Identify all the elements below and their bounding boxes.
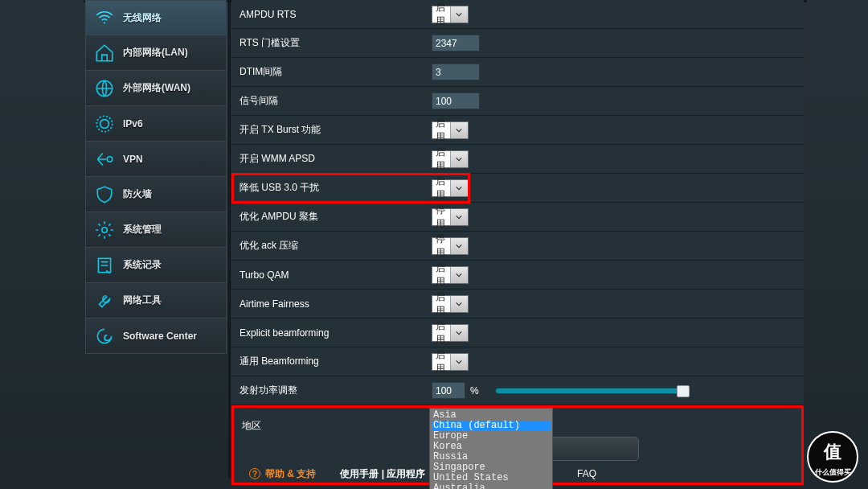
sidebar-item-software-center[interactable]: Software Center [85,318,227,354]
sidebar: 无线网络 内部网络(LAN) 外部网络(WAN) IPv6 VPN 防火墙 系统… [85,0,227,354]
slider-tx-power[interactable] [495,388,684,394]
select-wmm-apsd[interactable]: 启用 [432,150,469,168]
sidebar-item-label: 防火墙 [123,187,152,201]
sidebar-item-label: 内部网络(LAN) [123,46,188,60]
sidebar-item-label: VPN [123,154,143,165]
select-expl-bf[interactable]: 启用 [432,324,469,342]
vpn-icon [94,149,115,170]
sidebar-item-label: 系统管理 [123,223,162,236]
svg-point-4 [107,156,113,162]
watermark-badge: 值 什么值得买 [807,431,858,483]
row-tx-burst: 开启 TX Burst 功能 启用 [231,116,804,145]
label-univ-bf: 通用 Beamforming [231,355,428,368]
globe-icon [94,78,115,99]
chevron-down-icon [450,354,469,370]
check-icon: 值 [824,440,841,464]
svg-point-0 [104,22,105,23]
region-option[interactable]: Australia [432,483,551,489]
sidebar-item-admin[interactable]: 系统管理 [85,212,227,248]
apply-button[interactable] [546,437,639,461]
settings-table: AMPDU RTS 启用 RTS 门槛设置 DTIM间隔 信号间隔 开启 TX … [231,0,804,203]
vertical-divider [228,0,231,479]
swirl-icon [94,326,115,347]
sidebar-item-vpn[interactable]: VPN [85,142,227,177]
chevron-down-icon [450,325,469,341]
row-univ-bf: 通用 Beamforming 启用 [231,347,804,376]
row-turbo-qam: Turbo QAM 启用 [231,261,804,290]
tx-power-unit: % [470,385,479,397]
svg-point-3 [100,119,109,128]
chevron-down-icon [450,151,469,167]
sidebar-item-label: IPv6 [123,118,143,129]
chevron-down-icon [450,238,469,254]
svg-point-2 [96,116,113,132]
manual-apps-link[interactable]: 使用手册 | 应用程序 [340,467,425,481]
row-airtime: Airtime Fairness 启用 [231,290,804,318]
label-tx-burst: 开启 TX Burst 功能 [231,123,428,137]
faq-link[interactable]: FAQ [577,468,596,479]
settings-table-cont: 优化 AMPDU 聚集 停用 优化 ack 压缩 停用 Turbo QAM 启用… [231,203,804,485]
log-icon [94,255,115,276]
label-wmm-apsd: 开启 WMM APSD [231,152,428,166]
select-turbo-qam[interactable]: 启用 [432,266,469,284]
chevron-down-icon [450,267,469,283]
row-beacon: 信号间隔 [231,87,804,116]
row-ampdu-rts: AMPDU RTS 启用 [231,0,804,29]
select-ampdu-agg[interactable]: 停用 [432,208,469,226]
sidebar-item-label: 外部网络(WAN) [123,81,190,95]
input-rts-threshold[interactable] [432,35,480,51]
sidebar-item-ipv6[interactable]: IPv6 [85,106,227,142]
label-turbo-qam: Turbo QAM [231,269,428,281]
label-ampdu-rts: AMPDU RTS [231,9,428,20]
slider-thumb[interactable] [677,385,690,397]
sidebar-item-label: 系统记录 [123,258,162,272]
row-expl-bf: Explicit beamforming 启用 [231,318,804,347]
label-airtime: Airtime Fairness [231,298,428,310]
svg-point-5 [102,227,108,232]
select-ampdu-rts[interactable]: 启用 [432,6,469,23]
row-ack: 优化 ack 压缩 停用 [231,232,804,261]
select-airtime[interactable]: 启用 [432,295,469,313]
input-tx-power[interactable] [432,382,465,399]
sidebar-item-wireless[interactable]: 无线网络 [85,0,227,35]
sidebar-item-label: 网络工具 [123,294,162,307]
select-univ-bf[interactable]: 启用 [432,353,469,371]
shield-icon [94,184,115,205]
gear-icon [94,220,115,240]
sidebar-item-label: 无线网络 [123,11,162,25]
region-dropdown-list[interactable]: AsiaChina (default)EuropeKoreaRussiaSing… [429,408,553,489]
sidebar-item-firewall[interactable]: 防火墙 [85,177,227,212]
wifi-icon [94,7,115,28]
select-ack[interactable]: 停用 [432,237,469,255]
label-ampdu-agg: 优化 AMPDU 聚集 [231,210,428,224]
sidebar-item-lan[interactable]: 内部网络(LAN) [85,35,227,71]
row-tx-power: 发射功率调整 % [231,376,804,405]
sidebar-item-nettools[interactable]: 网络工具 [85,283,227,318]
help-icon: ? [249,468,260,479]
row-wmm-apsd: 开启 WMM APSD 启用 [231,145,804,174]
sidebar-item-label: Software Center [123,331,197,342]
sidebar-item-wan[interactable]: 外部网络(WAN) [85,71,227,106]
label-region: 地区 [234,419,430,433]
row-usb3-interference: 降低 USB 3.0 干扰 启用 [231,174,804,203]
ipv6-icon [94,113,115,134]
chevron-down-icon [450,296,469,312]
label-expl-bf: Explicit beamforming [231,327,428,339]
input-dtim[interactable] [432,64,480,80]
row-rts-threshold: RTS 门槛设置 [231,29,804,58]
watermark-text: 什么值得买 [809,467,857,478]
label-ack: 优化 ack 压缩 [231,239,428,253]
help-support-link[interactable]: 帮助 & 支持 [265,467,316,481]
select-tx-burst[interactable]: 启用 [432,121,469,139]
row-dtim: DTIM间隔 [231,58,804,87]
chevron-down-icon [450,6,469,23]
sidebar-item-syslog[interactable]: 系统记录 [85,248,227,283]
wrench-icon [94,290,115,311]
chevron-down-icon [450,122,469,138]
label-dtim: DTIM间隔 [231,65,428,79]
input-beacon[interactable] [432,92,480,109]
label-tx-power: 发射功率调整 [231,384,428,397]
row-ampdu-agg: 优化 AMPDU 聚集 停用 [231,203,804,232]
label-rts-threshold: RTS 门槛设置 [231,36,428,50]
chevron-down-icon [450,209,469,225]
